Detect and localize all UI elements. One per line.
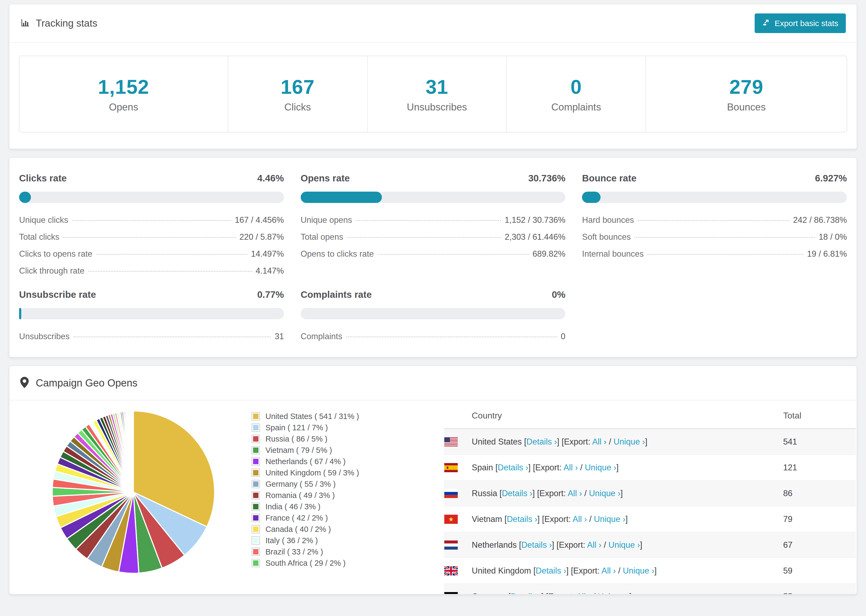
country-total: 541 (783, 437, 856, 447)
legend-label: Netherlands ( 67 / 4% ) (265, 457, 346, 466)
legend-swatch (252, 468, 260, 477)
legend-item: United States ( 541 / 31% ) (252, 411, 359, 422)
country-name: Vietnam [ (472, 514, 507, 524)
legend-swatch (252, 480, 260, 488)
country-total: 67 (783, 540, 856, 550)
table-row: Germany [Details ›] [Export: All › / Uni… (444, 584, 856, 594)
details-link[interactable]: Details › (526, 437, 557, 446)
rate-value: 30.736% (528, 173, 565, 184)
stat-box-opens: 1,152Opens (19, 56, 228, 132)
rate-progress-track (301, 192, 565, 203)
rate-progress-track (301, 308, 565, 319)
pie-slice (133, 411, 134, 492)
tracking-stats-header: Tracking stats Export basic stats (9, 4, 857, 43)
rate-detail-row: Hard bounces242 / 86.738% (582, 215, 847, 225)
rates-grid: Clicks rate4.46%Unique clicks167 / 4.456… (19, 173, 847, 341)
rate-detail-row: Unique opens1,152 / 30.736% (301, 215, 565, 225)
country-name: Spain [ (472, 463, 498, 472)
export-all-link[interactable]: All › (592, 437, 606, 446)
rate-title: Opens rate (301, 173, 350, 184)
legend-swatch (252, 491, 260, 500)
rate-value: 4.46% (257, 173, 284, 184)
stat-box-unsubscribes: 31Unsubscribes (368, 56, 507, 132)
country-total: 79 (783, 514, 856, 524)
legend-label: South Africa ( 29 / 2% ) (265, 559, 346, 567)
legend-swatch (252, 547, 260, 556)
stat-box-bounces: 279Bounces (646, 56, 847, 132)
legend-swatch (252, 435, 260, 443)
rate-progress-fill (19, 192, 31, 203)
rate-progress-track (19, 308, 284, 319)
export-all-link[interactable]: All › (587, 540, 601, 550)
us-flag-icon (444, 437, 458, 446)
legend-item: Spain ( 121 / 7% ) (252, 422, 359, 433)
rate-progress-track (582, 192, 847, 203)
dotted-leader (73, 336, 271, 337)
vn-flag-icon (444, 515, 458, 524)
export-all-link[interactable]: All › (568, 489, 582, 498)
export-all-link[interactable]: All › (576, 592, 590, 595)
rate-detail-row: Total opens2,303 / 61.446% (301, 232, 565, 242)
geo-opens-header: Campaign Geo Opens (9, 366, 857, 401)
table-row: Netherlands [Details ›] [Export: All › /… (444, 532, 856, 558)
legend-swatch (252, 412, 260, 421)
export-unique-link[interactable]: Unique › (589, 489, 620, 498)
details-link[interactable]: Details › (536, 566, 567, 575)
export-unique-link[interactable]: Unique › (614, 437, 645, 446)
legend-item: Canada ( 40 / 2% ) (252, 523, 359, 535)
legend-item: Romania ( 49 / 3% ) (252, 490, 359, 501)
details-link[interactable]: Details › (521, 540, 552, 550)
rate-value: 6.927% (815, 173, 847, 184)
details-link[interactable]: Details › (507, 514, 537, 524)
stat-box-complaints: 0Complaints (507, 56, 646, 132)
legend-label: France ( 42 / 2% ) (265, 514, 328, 522)
rate-section-complaints-rate: Complaints rate0%Complaints0 (301, 289, 565, 341)
country-total: 86 (783, 489, 856, 498)
export-all-link[interactable]: All › (601, 566, 616, 575)
country-name: Russia [ (472, 489, 502, 498)
dotted-leader (63, 237, 236, 238)
legend-label: Romania ( 49 / 3% ) (265, 491, 335, 500)
column-header-country: Country (472, 411, 783, 421)
table-row: Vietnam [Details ›] [Export: All › / Uni… (444, 506, 856, 532)
export-icon (762, 18, 770, 28)
export-unique-link[interactable]: Unique › (623, 566, 654, 575)
legend-label: United Kingdom ( 59 / 3% ) (265, 468, 359, 477)
rate-section-clicks-rate: Clicks rate4.46%Unique clicks167 / 4.456… (19, 173, 284, 276)
rate-section-bounce-rate: Bounce rate6.927%Hard bounces242 / 86.73… (582, 173, 847, 276)
legend-item: Italy ( 36 / 2% ) (252, 535, 359, 546)
export-unique-link[interactable]: Unique › (598, 592, 629, 595)
export-all-link[interactable]: All › (573, 514, 587, 524)
rate-title: Clicks rate (19, 173, 67, 184)
geo-opens-pie-chart (50, 409, 217, 577)
export-unique-link[interactable]: Unique › (594, 514, 625, 524)
stat-label: Unsubscribes (407, 102, 467, 113)
dotted-leader (88, 271, 252, 272)
export-unique-link[interactable]: Unique › (608, 540, 640, 550)
legend-label: Russia ( 86 / 5% ) (265, 435, 327, 443)
stat-value: 167 (280, 75, 314, 98)
export-basic-stats-button[interactable]: Export basic stats (755, 13, 846, 33)
rate-title: Complaints rate (301, 289, 372, 300)
details-link[interactable]: Details › (502, 489, 532, 498)
ru-flag-icon (444, 489, 458, 498)
legend-label: India ( 46 / 3% ) (265, 502, 321, 511)
export-all-link[interactable]: All › (564, 463, 578, 472)
nl-flag-icon (444, 541, 458, 550)
dotted-leader (635, 237, 815, 238)
details-link[interactable]: Details › (498, 463, 529, 472)
country-name: Germany [ (472, 592, 511, 595)
legend-swatch (252, 536, 260, 545)
dotted-leader (72, 220, 231, 221)
legend-item: Germany ( 55 / 3% ) (252, 478, 359, 490)
top-stats-grid: 1,152Opens167Clicks31Unsubscribes0Compla… (19, 56, 847, 132)
stat-label: Opens (109, 102, 138, 113)
export-unique-link[interactable]: Unique › (585, 463, 616, 472)
rate-section-opens-rate: Opens rate30.736%Unique opens1,152 / 30.… (301, 173, 565, 276)
legend-label: Canada ( 40 / 2% ) (265, 525, 331, 534)
details-link[interactable]: Details › (511, 592, 542, 595)
dotted-leader (356, 220, 501, 221)
legend-swatch (252, 423, 260, 432)
geo-opens-table: CountryTotalUnited States [Details ›] [E… (444, 402, 856, 594)
rates-card: Clicks rate4.46%Unique clicks167 / 4.456… (9, 157, 857, 357)
